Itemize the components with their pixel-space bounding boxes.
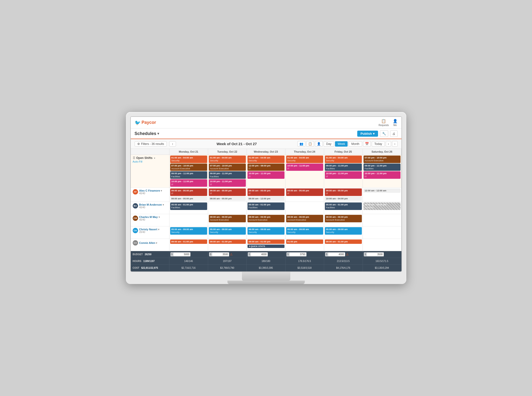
shift-block[interactable]: 09:00 am - 01:00 pm bbox=[325, 239, 362, 244]
shift-block[interactable]: 09:00 am - 05:00 pmFacilities bbox=[364, 202, 401, 210]
shift-block[interactable]: 10:00 pm - 11:00 pmIT bbox=[209, 179, 246, 187]
shift-block[interactable]: 09:00 pm - 11:00 pmFacilities bbox=[209, 171, 246, 179]
shift-block[interactable]: 01:00 am - 04:00 amSecurity bbox=[209, 156, 246, 163]
cost-thu: $3,518/3,518 bbox=[285, 265, 324, 271]
christy-wed: 06:00 am - 09:00 amSecurity bbox=[247, 226, 285, 239]
budget-input-wed[interactable] bbox=[251, 252, 268, 256]
shift-block[interactable]: 09:00 am - 05:00 pmIT bbox=[248, 188, 284, 196]
budget-input-sat[interactable] bbox=[367, 252, 384, 256]
shift-block[interactable]: 07:00 pm - 10:00 pmAccount Executive bbox=[209, 164, 246, 171]
emp-hours-alex: 40/40 bbox=[139, 192, 162, 195]
header-fri: Friday, Oct 25 bbox=[324, 149, 363, 155]
shift-block[interactable]: 09:00 am - 01:00 pm bbox=[248, 239, 284, 244]
shift-block[interactable]: 10:00 pm - 11:00 pmIT bbox=[170, 179, 207, 187]
shift-block[interactable]: 07:00 pm - 10:00 pmAccount Executive bbox=[364, 156, 401, 163]
shift-block[interactable]: 09:00 pm - 11:00 pmFacilities bbox=[364, 164, 401, 171]
month-button[interactable]: Month bbox=[349, 141, 362, 147]
open-shifts-row: ☰ Open Shifts ▾ Auto-Fill 01:00 am - 04:… bbox=[131, 155, 401, 188]
logo: 🐦 Paycor bbox=[135, 120, 156, 126]
group-view-btn[interactable]: 👥 bbox=[298, 141, 305, 147]
budget-mon: $ bbox=[169, 251, 208, 258]
open-shifts-dropdown[interactable]: ▾ bbox=[154, 157, 155, 159]
budget-input-tue[interactable] bbox=[212, 252, 229, 256]
emp-name-brian[interactable]: Brian M Anderson ▾ bbox=[139, 203, 164, 206]
shift-block[interactable]: 10:00 pm - 11:00 pmIT bbox=[248, 171, 284, 179]
filter-button[interactable]: ⚙ Filters - 36 results bbox=[135, 141, 167, 147]
budget-input-mon[interactable] bbox=[174, 252, 190, 256]
shift-block[interactable]: 08:00 am - 05:00 pm bbox=[170, 196, 207, 201]
emp-name-christy[interactable]: Christy Nasert ▾ bbox=[139, 228, 159, 231]
shift-block[interactable]: 08:00 am - 06:00 pmAccount Executive bbox=[325, 215, 362, 222]
prev-week-button[interactable]: ‹ bbox=[386, 141, 391, 147]
shift-block[interactable]: 09:00 am - 05:00 pmIT bbox=[170, 188, 207, 196]
shift-block[interactable]: 08:00 am - 06:00 pmAccount Executive bbox=[209, 215, 246, 222]
shift-block[interactable]: 05:00 am - 01:00 pmFacilities bbox=[325, 202, 362, 210]
shift-block[interactable]: 06:00 am - 09:00 amSecurity bbox=[248, 227, 284, 235]
shift-block[interactable]: 08:00 am - 05:00 pm bbox=[209, 196, 246, 201]
shift-block[interactable]: 01:00 am - 04:00 amSecurity bbox=[248, 156, 284, 163]
list-view-btn[interactable]: 📋 bbox=[306, 141, 314, 147]
publish-label: Publish bbox=[361, 132, 372, 135]
shift-block[interactable]: 10:00 am - 04:00 pm bbox=[325, 196, 362, 201]
top-nav: 🐦 Paycor 📋 Requests 👤 Me bbox=[131, 117, 401, 128]
shift-block[interactable]: 05:00 am - 09:00 amSecurity bbox=[325, 227, 362, 235]
shift-block[interactable]: 09:00 am - 05:00 pmIT bbox=[286, 188, 323, 196]
shift-block[interactable]: 12:00 pm - 08:00 pmIT bbox=[248, 164, 284, 171]
print-button[interactable]: 🖨 bbox=[390, 130, 398, 137]
shift-block[interactable]: 12:00 am - 12:00 am bbox=[364, 188, 401, 193]
next-week-button[interactable]: › bbox=[392, 141, 397, 147]
publish-button[interactable]: Publish ▾ bbox=[357, 131, 378, 137]
emp-row-brian: BA Brian M Anderson ▾ 40/40 05:00 am - 0… bbox=[131, 202, 401, 214]
cost-fri: $4,176/4,176 bbox=[324, 265, 363, 271]
shift-block[interactable]: 10:00 pm - 11:00 pmIT bbox=[286, 164, 323, 171]
shift-block[interactable]: 05:00 am - 09:00 amSecurity bbox=[209, 227, 246, 235]
budget-tue: $ ⚠ bbox=[208, 251, 247, 258]
menu-icon: ☰ bbox=[133, 156, 135, 160]
shift-block[interactable]: 09:00 am - 05:00 pmIT bbox=[325, 188, 362, 196]
week-button[interactable]: Week bbox=[335, 141, 348, 147]
shift-block[interactable]: 01:00 am - 04:00 amSecurity bbox=[325, 156, 362, 163]
auto-fill-link[interactable]: Auto-Fill bbox=[133, 160, 167, 163]
shift-block[interactable]: 08:00 am - 06:00 pmAccount Executive bbox=[248, 215, 284, 222]
header-empty bbox=[131, 149, 169, 155]
quick-stats-badge[interactable]: ▾ QUICK STATS bbox=[248, 245, 284, 248]
shift-block[interactable]: 05:00 am - 09:00 amSecurity bbox=[286, 227, 323, 235]
shift-block[interactable]: 09:00 am - 01:00 pm bbox=[209, 239, 246, 244]
alex-fri: 09:00 am - 05:00 pmIT 10:00 am - 04:00 p… bbox=[324, 188, 363, 202]
me-button[interactable]: 👤 Me bbox=[393, 119, 398, 127]
emp-name-charles[interactable]: Charles M May ▾ bbox=[139, 216, 160, 218]
requests-button[interactable]: 📋 Requests bbox=[379, 119, 389, 127]
shift-block[interactable]: 09:00 pm - 11:00 pmFacilities bbox=[170, 171, 207, 179]
shift-block[interactable]: 01:00 pm bbox=[286, 239, 323, 244]
budget-input-fri[interactable] bbox=[328, 252, 345, 256]
shift-block[interactable]: 10:00 pm - 11:00 pmIT bbox=[364, 171, 401, 179]
shift-block[interactable]: 10:00 pm - 11:00 pmIT bbox=[325, 171, 362, 179]
emp-name-alex[interactable]: Alex C Finamore ▾ bbox=[139, 189, 162, 192]
dropdown-icon[interactable]: ▾ bbox=[157, 132, 159, 135]
shift-block[interactable]: 09:00 pm - 11:00 pmFacilities bbox=[325, 164, 362, 171]
dollar-sign: $ bbox=[170, 252, 174, 256]
shift-block[interactable]: 05:00 am - 09:00 amSecurity bbox=[170, 227, 207, 235]
connie-fri: 09:00 am - 01:00 pm bbox=[324, 239, 363, 251]
shift-block[interactable]: 01:00 am - 04:00 amSecurity bbox=[170, 156, 207, 163]
open-shifts-label: ☰ Open Shifts ▾ Auto-Fill bbox=[131, 155, 169, 187]
open-shifts-tue: 01:00 am - 04:00 amSecurity 07:00 pm - 1… bbox=[208, 155, 247, 187]
shift-block[interactable]: 09:00 am - 01:00 pm bbox=[170, 239, 207, 244]
shift-block[interactable]: 08:00 am - 12:00 pm bbox=[248, 196, 284, 201]
calendar-icon-btn[interactable]: 📅 bbox=[363, 141, 371, 147]
emp-name-connie[interactable]: Connie Allen ▾ bbox=[139, 241, 157, 244]
settings-button[interactable]: 🔧 bbox=[380, 130, 388, 137]
shift-block[interactable]: 09:00 am - 05:00 pmIT bbox=[209, 188, 246, 196]
shift-block[interactable]: 05:00 am - 01:00 pmFacilities bbox=[248, 202, 284, 210]
filter-sort-button[interactable]: ↕ bbox=[169, 141, 176, 147]
budget-input-thu[interactable] bbox=[290, 252, 306, 256]
day-button[interactable]: Day bbox=[324, 141, 334, 147]
shift-block[interactable]: 08:00 am - 06:00 pmAccount Executive bbox=[286, 215, 323, 222]
person-view-btn[interactable]: 👤 bbox=[315, 141, 323, 147]
me-icon: 👤 bbox=[393, 119, 398, 123]
shift-block[interactable]: 01:00 am - 04:00 amSecurity bbox=[286, 156, 323, 163]
shift-block[interactable]: 07:00 pm - 10:00 pmAccount Executive bbox=[170, 164, 207, 171]
today-button[interactable]: Today bbox=[372, 141, 385, 147]
shift-block[interactable]: 05:00 am - 01:00 pmFacilities bbox=[170, 202, 207, 210]
alex-thu: 09:00 am - 05:00 pmIT bbox=[285, 188, 324, 202]
